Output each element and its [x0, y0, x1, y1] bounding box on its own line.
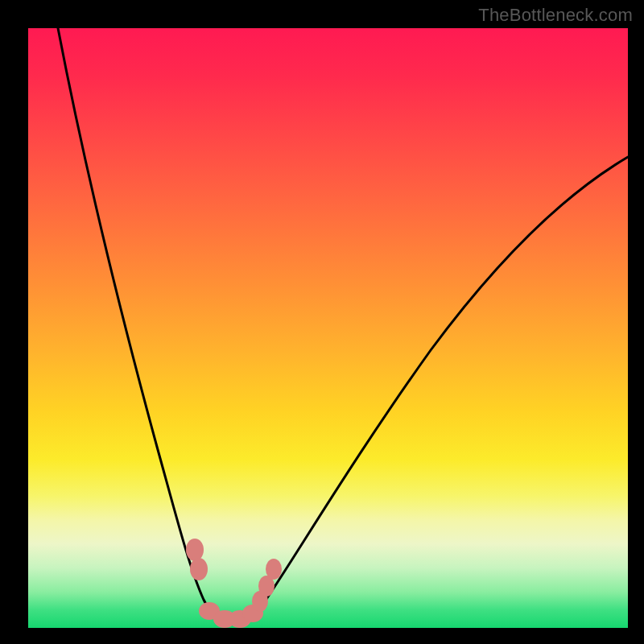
plot-area — [28, 28, 628, 628]
watermark-label: TheBottleneck.com — [478, 5, 633, 26]
bottleneck-curve — [58, 28, 628, 625]
marker-group — [186, 539, 282, 628]
marker-dot — [186, 539, 204, 561]
marker-dot — [266, 559, 282, 580]
marker-dot — [190, 558, 208, 580]
curve-layer — [28, 28, 628, 628]
chart-frame: TheBottleneck.com — [0, 0, 644, 644]
